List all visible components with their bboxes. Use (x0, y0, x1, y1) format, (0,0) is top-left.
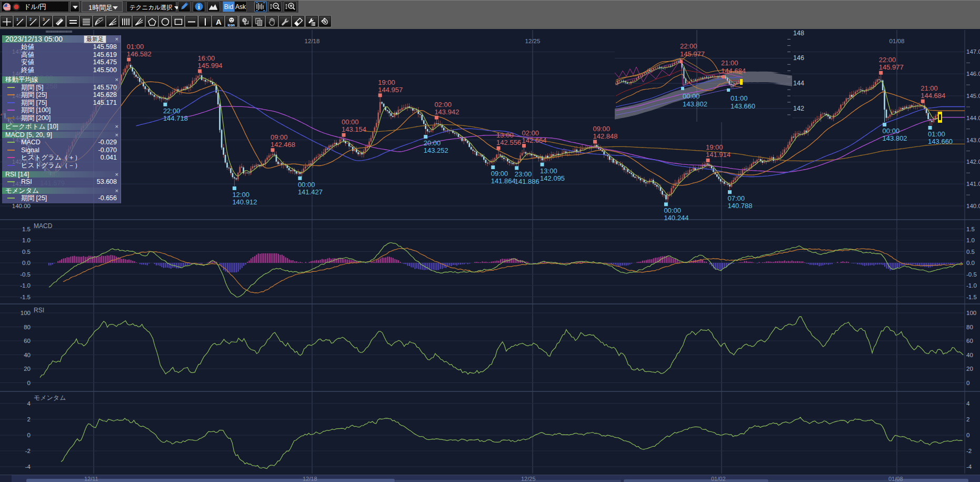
svg-text:12/18: 12/18 (305, 38, 320, 44)
svg-text:142.468: 142.468 (271, 141, 295, 149)
svg-text:22:00: 22:00 (163, 107, 181, 115)
svg-text:2: 2 (966, 416, 969, 422)
svg-text:140.244: 140.244 (664, 214, 688, 222)
svg-text:142.556: 142.556 (496, 139, 521, 146)
svg-text:60: 60 (24, 338, 31, 344)
svg-text:02:00: 02:00 (522, 129, 539, 137)
svg-text:0.0: 0.0 (966, 260, 975, 266)
svg-text:MACD: MACD (34, 222, 53, 230)
svg-text:16:00: 16:00 (198, 54, 215, 62)
svg-text:141.427: 141.427 (298, 188, 323, 196)
svg-text:09:00: 09:00 (491, 170, 508, 178)
svg-text:00:00: 00:00 (883, 127, 900, 135)
svg-text:2: 2 (27, 416, 31, 422)
svg-text:13:00: 13:00 (496, 131, 514, 139)
svg-text:3: 3 (43, 17, 45, 21)
svg-text:140.788: 140.788 (728, 202, 753, 210)
svg-text:0.5: 0.5 (966, 249, 975, 255)
svg-text:145.00: 145.00 (966, 93, 980, 99)
svg-text:モメンタム: モメンタム (34, 394, 66, 401)
svg-text:00:00: 00:00 (683, 92, 700, 100)
svg-text:148: 148 (793, 29, 804, 37)
svg-text:0.0: 0.0 (22, 260, 31, 266)
svg-text:144.718: 144.718 (163, 114, 188, 122)
svg-text:01:00: 01:00 (928, 130, 945, 138)
svg-text:144.684: 144.684 (721, 67, 746, 75)
svg-text:143.00: 143.00 (966, 137, 980, 143)
svg-text:80: 80 (24, 324, 31, 330)
svg-text:140.912: 140.912 (232, 198, 257, 206)
svg-text:-0.5: -0.5 (20, 271, 31, 278)
svg-text:143.802: 143.802 (883, 134, 907, 142)
svg-text:0: 0 (966, 432, 969, 438)
svg-text:143.252: 143.252 (424, 146, 448, 154)
svg-text:0: 0 (966, 380, 969, 386)
svg-text:40: 40 (24, 352, 31, 358)
svg-text:02:00: 02:00 (434, 101, 452, 109)
svg-text:RSI: RSI (34, 307, 44, 314)
svg-text:-2: -2 (966, 448, 972, 454)
svg-text:40: 40 (966, 352, 973, 358)
svg-text:13:00: 13:00 (540, 167, 557, 175)
svg-text:21:00: 21:00 (721, 59, 738, 67)
svg-text:144.00: 144.00 (966, 115, 980, 121)
svg-text:143.942: 143.942 (434, 108, 459, 116)
svg-text:143.660: 143.660 (731, 102, 755, 110)
svg-text:146.00: 146.00 (966, 71, 980, 77)
svg-text:-1.5: -1.5 (966, 294, 977, 300)
svg-text:100: 100 (966, 310, 976, 316)
svg-text:-4: -4 (25, 464, 31, 470)
svg-text:145.977: 145.977 (879, 63, 904, 71)
svg-text:20: 20 (966, 366, 973, 372)
svg-text:23:00: 23:00 (515, 170, 532, 178)
svg-text:19:00: 19:00 (378, 78, 395, 86)
svg-text:00:00: 00:00 (342, 118, 359, 126)
svg-text:09:00: 09:00 (593, 125, 611, 133)
svg-text:01:00: 01:00 (127, 43, 144, 51)
svg-text:12:00: 12:00 (232, 191, 249, 199)
svg-text:4: 4 (966, 400, 970, 407)
svg-text:-1.0: -1.0 (966, 282, 977, 289)
svg-text:144.684: 144.684 (921, 92, 945, 100)
svg-text:-2: -2 (25, 448, 31, 454)
svg-text:60: 60 (966, 338, 973, 344)
svg-text:80: 80 (966, 324, 973, 330)
svg-text:01/08: 01/08 (889, 38, 905, 44)
svg-text:22:00: 22:00 (879, 56, 896, 64)
svg-text:141.864: 141.864 (491, 177, 516, 185)
svg-text:4: 4 (27, 400, 31, 407)
svg-text:00:00: 00:00 (298, 181, 315, 189)
svg-text:19:00: 19:00 (706, 143, 723, 151)
svg-text:0: 0 (27, 432, 31, 438)
svg-text:142.848: 142.848 (593, 132, 618, 140)
svg-text:146: 146 (793, 54, 804, 62)
svg-text:140.00: 140.00 (966, 203, 980, 209)
svg-text:142.664: 142.664 (522, 136, 547, 144)
svg-text:145.994: 145.994 (198, 62, 223, 70)
svg-text:145.977: 145.977 (680, 50, 705, 58)
svg-text:12/25: 12/25 (525, 38, 541, 44)
svg-text:09:00: 09:00 (271, 133, 288, 141)
svg-text:142: 142 (793, 105, 804, 112)
svg-text:-1.0: -1.0 (20, 282, 31, 289)
svg-text:143.154: 143.154 (342, 125, 366, 133)
svg-text:141.886: 141.886 (515, 178, 539, 185)
svg-text:1.5: 1.5 (966, 226, 975, 232)
svg-text:1.5: 1.5 (22, 226, 31, 232)
svg-text:146.582: 146.582 (127, 50, 152, 58)
svg-text:-1.5: -1.5 (20, 294, 31, 300)
svg-text:icon: icon (227, 23, 234, 27)
svg-text:144.957: 144.957 (378, 86, 403, 94)
svg-text:20: 20 (24, 366, 31, 372)
svg-text:141.00: 141.00 (966, 181, 980, 187)
svg-text:1.0: 1.0 (22, 237, 31, 243)
svg-text:100: 100 (21, 310, 31, 316)
svg-text:142.095: 142.095 (540, 174, 565, 182)
svg-text:143.660: 143.660 (928, 137, 953, 145)
svg-text:07:00: 07:00 (728, 194, 745, 202)
svg-text:22:00: 22:00 (680, 42, 697, 50)
svg-text:142.00: 142.00 (966, 159, 980, 165)
svg-text:20:00: 20:00 (424, 139, 441, 147)
svg-text:0.5: 0.5 (22, 249, 31, 255)
svg-text:21:00: 21:00 (921, 84, 938, 92)
